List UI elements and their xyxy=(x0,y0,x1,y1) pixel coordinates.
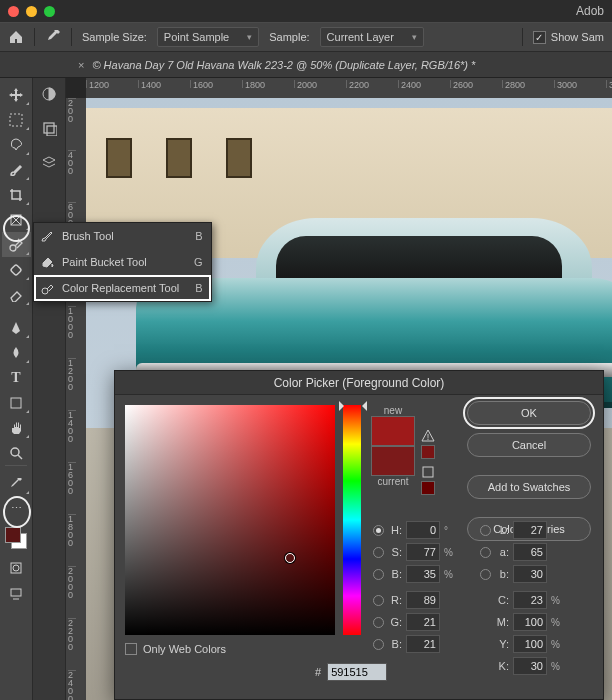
move-tool[interactable] xyxy=(2,82,31,107)
svg-rect-14 xyxy=(423,467,433,477)
black-input[interactable] xyxy=(513,657,547,675)
saturation-value-field[interactable] xyxy=(125,405,335,635)
Lab-a-input[interactable] xyxy=(513,543,547,561)
sample-dropdown[interactable]: Current Layer ▾ xyxy=(320,27,424,47)
websafe-swatch[interactable] xyxy=(421,481,435,495)
cyan-input[interactable] xyxy=(513,591,547,609)
yellow-unit: % xyxy=(551,639,563,650)
color-replacement-tool[interactable] xyxy=(2,232,31,257)
checkbox-icon xyxy=(125,643,137,655)
options-bar: Sample Size: Point Sample ▾ Sample: Curr… xyxy=(0,22,612,52)
blue-input[interactable] xyxy=(406,635,440,653)
show-sampling-label: Show Sam xyxy=(551,31,604,43)
healing-tool[interactable] xyxy=(2,257,31,282)
only-web-colors-label: Only Web Colors xyxy=(143,643,226,655)
document-tab[interactable]: × © Havana Day 7 Old Havana Walk 223-2 @… xyxy=(0,52,612,78)
brightness-unit: % xyxy=(444,569,456,580)
red-input[interactable] xyxy=(406,591,440,609)
Lab-b-input[interactable] xyxy=(513,565,547,583)
eyedropper-tool-icon[interactable] xyxy=(45,29,61,45)
brightness-input[interactable] xyxy=(406,565,440,583)
adjustments-panel-icon[interactable] xyxy=(39,84,59,104)
svg-rect-3 xyxy=(10,264,21,275)
layers-panel-icon[interactable] xyxy=(39,152,59,172)
hue-radio[interactable] xyxy=(373,525,384,536)
crop-tool[interactable] xyxy=(2,182,31,207)
minimize-window-button[interactable] xyxy=(26,6,37,17)
vertical-ruler[interactable]: 2004006008001000120014001600180020002200… xyxy=(66,98,86,700)
svg-rect-10 xyxy=(44,123,54,133)
home-icon[interactable] xyxy=(8,30,24,44)
history-panel-icon[interactable] xyxy=(39,118,59,138)
color-replacement-icon xyxy=(38,279,56,297)
yellow-label: Y: xyxy=(495,638,509,650)
hex-input[interactable] xyxy=(327,663,387,681)
hue-input[interactable] xyxy=(406,521,440,539)
red-radio[interactable] xyxy=(373,595,384,606)
type-tool[interactable]: T xyxy=(2,365,31,390)
lasso-tool[interactable] xyxy=(2,132,31,157)
flyout-item-brush[interactable]: Brush Tool B xyxy=(34,223,211,249)
blur-tool[interactable] xyxy=(2,340,31,365)
saturation-input[interactable] xyxy=(406,543,440,561)
window-controls xyxy=(8,6,55,17)
hand-tool[interactable] xyxy=(2,415,31,440)
titlebar: Adob xyxy=(0,0,612,22)
sv-marker xyxy=(285,553,295,563)
screen-mode-toggle[interactable] xyxy=(2,580,31,605)
hue-slider[interactable] xyxy=(343,405,361,635)
flyout-item-color-replacement[interactable]: Color Replacement Tool B xyxy=(34,275,211,301)
Lab-L-input[interactable] xyxy=(513,521,547,539)
Lab-b-radio[interactable] xyxy=(480,569,491,580)
edit-toolbar[interactable]: ⋯ xyxy=(2,496,31,521)
yellow-input[interactable] xyxy=(513,635,547,653)
document-title: © Havana Day 7 Old Havana Walk 223-2 @ 5… xyxy=(92,59,475,71)
gamut-swatch[interactable] xyxy=(421,445,435,459)
zoom-tool[interactable] xyxy=(2,440,31,465)
close-window-button[interactable] xyxy=(8,6,19,17)
saturation-radio[interactable] xyxy=(373,547,384,558)
blue-radio[interactable] xyxy=(373,639,384,650)
sample-value: Current Layer xyxy=(327,31,394,43)
cancel-button[interactable]: Cancel xyxy=(467,433,591,457)
marquee-tool[interactable] xyxy=(2,107,31,132)
zoom-window-button[interactable] xyxy=(44,6,55,17)
pen-tool[interactable] xyxy=(2,315,31,340)
chevron-down-icon: ▾ xyxy=(247,32,252,42)
show-sampling-checkbox[interactable]: Show Sam xyxy=(533,31,604,44)
flyout-label: Paint Bucket Tool xyxy=(62,256,147,268)
frame-tool[interactable] xyxy=(2,207,31,232)
only-web-colors-checkbox[interactable]: Only Web Colors xyxy=(125,643,226,655)
eraser-tool[interactable] xyxy=(2,282,31,307)
svg-text:!: ! xyxy=(427,432,430,442)
hue-label: H: xyxy=(388,524,402,536)
cyan-label: C: xyxy=(495,594,509,606)
brush-tool[interactable] xyxy=(2,157,31,182)
quick-mask-toggle[interactable] xyxy=(2,555,31,580)
red-label: R: xyxy=(388,594,402,606)
magenta-input[interactable] xyxy=(513,613,547,631)
Lab-a-radio[interactable] xyxy=(480,547,491,558)
websafe-warning-icon[interactable] xyxy=(421,465,435,479)
flyout-item-paintbucket[interactable]: Paint Bucket Tool G xyxy=(34,249,211,275)
app-title: Adob xyxy=(576,4,604,18)
brightness-radio[interactable] xyxy=(373,569,384,580)
eyedropper-tool[interactable] xyxy=(2,471,31,496)
svg-rect-11 xyxy=(47,126,57,136)
add-to-swatches-button[interactable]: Add to Swatches xyxy=(467,475,591,499)
foreground-background-swatches[interactable] xyxy=(5,527,27,549)
new-color-swatch[interactable] xyxy=(371,416,415,446)
horizontal-ruler[interactable]: 1200140016001800200022002400260028003000… xyxy=(86,78,612,98)
current-color-swatch[interactable] xyxy=(371,446,415,476)
sample-size-value: Point Sample xyxy=(164,31,229,43)
ok-button[interactable]: OK xyxy=(467,401,591,425)
saturation-unit: % xyxy=(444,547,456,558)
brush-tool-flyout: Brush Tool B Paint Bucket Tool G Color R… xyxy=(33,222,212,302)
green-input[interactable] xyxy=(406,613,440,631)
sample-size-dropdown[interactable]: Point Sample ▾ xyxy=(157,27,259,47)
shape-tool[interactable] xyxy=(2,390,31,415)
close-tab-icon[interactable]: × xyxy=(78,59,84,71)
gamut-warning-icon[interactable]: ! xyxy=(421,429,435,443)
Lab-L-radio[interactable] xyxy=(480,525,491,536)
green-radio[interactable] xyxy=(373,617,384,628)
